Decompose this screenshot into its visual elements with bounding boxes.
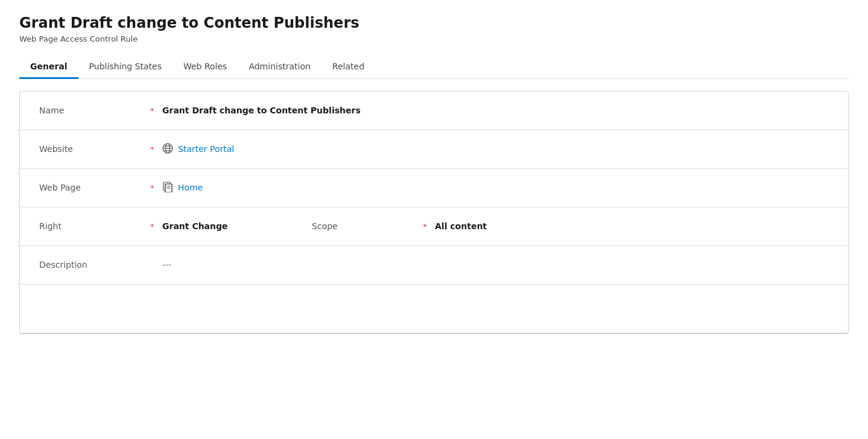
tab-general[interactable]: General bbox=[19, 55, 78, 79]
website-required-star: * bbox=[150, 145, 155, 154]
right-scope-fields: Grant Change Scope * All content bbox=[162, 221, 829, 231]
right-scope-row: Right * Grant Change Scope * All content bbox=[20, 207, 848, 246]
website-value[interactable]: Starter Portal bbox=[162, 143, 234, 156]
tab-publishing-states[interactable]: Publishing States bbox=[78, 55, 173, 79]
webpage-link-text: Home bbox=[178, 183, 203, 192]
globe-icon bbox=[162, 143, 173, 156]
form-container: Name * Grant Draft change to Content Pub… bbox=[19, 91, 849, 333]
tab-nav: General Publishing States Web Roles Admi… bbox=[19, 55, 849, 79]
name-row: Name * Grant Draft change to Content Pub… bbox=[20, 92, 848, 130]
name-label: Name bbox=[39, 106, 148, 115]
right-required-star: * bbox=[150, 222, 155, 231]
scope-label: Scope bbox=[312, 221, 420, 231]
page-header: Grant Draft change to Content Publishers… bbox=[19, 14, 849, 43]
tab-web-roles[interactable]: Web Roles bbox=[173, 55, 238, 79]
scope-required-star: * bbox=[423, 222, 428, 231]
right-value: Grant Change bbox=[162, 221, 283, 231]
webpage-value[interactable]: Home bbox=[162, 182, 203, 194]
webpage-row: Web Page * Home bbox=[20, 169, 848, 207]
website-link-text: Starter Portal bbox=[178, 144, 234, 154]
scope-value: All content bbox=[435, 221, 487, 231]
page-title: Grant Draft change to Content Publishers bbox=[19, 14, 849, 32]
page-icon bbox=[162, 182, 173, 194]
name-value: Grant Draft change to Content Publishers bbox=[162, 106, 361, 115]
description-label: Description bbox=[39, 260, 148, 270]
right-label: Right bbox=[39, 221, 148, 231]
bottom-spacer bbox=[20, 285, 848, 333]
description-value: --- bbox=[162, 260, 171, 270]
page-subtitle: Web Page Access Control Rule bbox=[19, 34, 849, 43]
page-container: Grant Draft change to Content Publishers… bbox=[0, 0, 868, 349]
description-row: Description * --- bbox=[20, 246, 848, 285]
website-label: Website bbox=[39, 144, 148, 154]
website-row: Website * Starter Portal bbox=[20, 130, 848, 169]
tab-administration[interactable]: Administration bbox=[238, 55, 321, 79]
bottom-border bbox=[19, 333, 849, 334]
name-required-star: * bbox=[150, 106, 155, 115]
webpage-label: Web Page bbox=[39, 183, 148, 192]
tab-related[interactable]: Related bbox=[322, 55, 375, 79]
webpage-required-star: * bbox=[150, 183, 155, 192]
